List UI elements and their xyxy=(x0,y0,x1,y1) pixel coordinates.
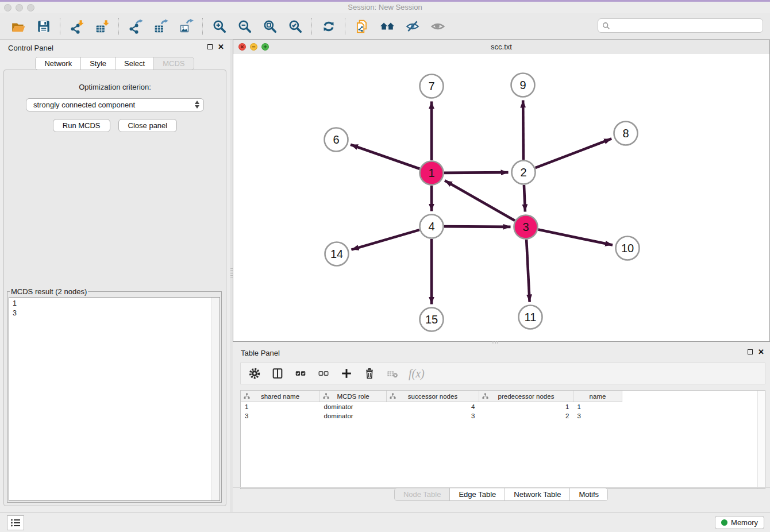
tab-network[interactable]: Network xyxy=(35,57,81,70)
select-all-icon[interactable] xyxy=(294,367,307,380)
add-column-icon[interactable] xyxy=(340,367,353,380)
tab-network-table[interactable]: Network Table xyxy=(505,488,570,501)
main-toolbar xyxy=(0,13,770,40)
column-header-predecessor-nodes[interactable]: predecessor nodes xyxy=(479,391,573,402)
horizontal-splitter[interactable] xyxy=(492,341,499,344)
run-mcds-button[interactable]: Run MCDS xyxy=(53,119,110,132)
table-row[interactable]: 1dominator411 xyxy=(241,402,622,412)
table-cell: 3 xyxy=(387,411,479,421)
table-cell: 1 xyxy=(241,402,320,412)
graph-node-label: 6 xyxy=(333,133,339,146)
optimization-criterion-label: Optimization criterion: xyxy=(4,83,226,91)
table-panel-title: Table Panel xyxy=(241,349,280,357)
zoom-in-icon[interactable] xyxy=(211,18,228,34)
open-session-icon[interactable] xyxy=(10,18,26,34)
float-panel-icon[interactable] xyxy=(207,44,213,49)
graph-edge-3-11[interactable] xyxy=(526,240,530,302)
tab-style[interactable]: Style xyxy=(80,57,116,70)
close-panel-button[interactable]: Close panel xyxy=(118,119,178,132)
mcds-result-fieldset: MCDS result (2 nodes) 13 xyxy=(7,287,222,503)
memory-button[interactable]: Memory xyxy=(715,516,764,529)
graph-node-label: 7 xyxy=(428,80,434,92)
mcds-result-line: 1 xyxy=(13,299,216,309)
mcds-result-pane[interactable]: 13 xyxy=(9,297,220,501)
clone-network-icon[interactable] xyxy=(354,18,370,34)
graph-edge-1-6[interactable] xyxy=(351,145,419,169)
close-panel-icon[interactable]: ✕ xyxy=(218,44,224,50)
tab-motifs[interactable]: Motifs xyxy=(569,488,608,501)
hide-unhide-icon[interactable] xyxy=(405,18,421,34)
task-history-button[interactable] xyxy=(7,515,24,530)
save-session-icon[interactable] xyxy=(36,18,52,34)
graph-edge-4-3[interactable] xyxy=(444,226,511,227)
tab-node-table[interactable]: Node Table xyxy=(394,488,451,501)
search-field[interactable] xyxy=(598,18,763,33)
tab-select[interactable]: Select xyxy=(115,57,154,70)
close-table-panel-icon[interactable]: ✕ xyxy=(758,349,764,355)
criterion-select[interactable]: strongly connected component xyxy=(26,98,204,111)
result-scrollbar[interactable] xyxy=(211,298,220,500)
table-cell: 2 xyxy=(479,411,573,421)
window-titlebar: Session: New Session xyxy=(0,2,770,13)
network-graph: 7968124314101511 xyxy=(233,54,769,341)
home-view-icon[interactable] xyxy=(379,18,395,34)
graph-edge-2-9[interactable] xyxy=(523,100,523,160)
table-cell: 3 xyxy=(573,411,622,421)
import-table-icon[interactable] xyxy=(94,18,110,34)
unselect-all-icon[interactable] xyxy=(317,367,330,380)
column-header-MCDS-role[interactable]: MCDS role xyxy=(320,391,387,402)
table-scrollbar[interactable] xyxy=(757,391,765,488)
graph-edge-2-8[interactable] xyxy=(536,138,612,168)
toolbar-separator xyxy=(202,18,203,35)
graph-edge-4-14[interactable] xyxy=(351,230,419,249)
show-graphics-icon[interactable] xyxy=(430,18,446,34)
column-header-name[interactable]: name xyxy=(573,391,622,402)
table-panel: Table Panel ✕ xyxy=(233,345,770,512)
graph-edge-2-3[interactable] xyxy=(524,185,525,212)
graph-node-label: 4 xyxy=(428,220,434,233)
zoom-fit-icon[interactable] xyxy=(262,18,278,34)
export-image-icon[interactable] xyxy=(178,18,194,34)
import-network-icon[interactable] xyxy=(69,18,85,34)
gear-icon[interactable] xyxy=(248,367,261,380)
control-panel-tabs: Network Style Select MCDS xyxy=(0,57,230,70)
toolbar-separator xyxy=(118,18,120,35)
column-header-successor-nodes[interactable]: successor nodes xyxy=(387,391,479,402)
window-title: Session: New Session xyxy=(0,3,770,11)
select-stepper-icon xyxy=(195,101,199,109)
graph-node-label: 3 xyxy=(522,221,529,233)
zoom-selected-icon[interactable] xyxy=(287,18,303,34)
network-window-titlebar[interactable]: scc.txt xyxy=(233,40,769,55)
split-pane-icon[interactable] xyxy=(271,367,284,380)
graph-edge-3-1[interactable] xyxy=(445,180,515,221)
graph-node-label: 10 xyxy=(621,242,634,255)
memory-status-icon xyxy=(721,519,727,526)
table-cell: 1 xyxy=(479,402,573,412)
network-canvas[interactable]: 7968124314101511 xyxy=(233,54,769,341)
graph-edge-3-10[interactable] xyxy=(538,230,613,245)
tab-edge-table[interactable]: Edge Table xyxy=(449,488,505,501)
column-header-shared-name[interactable]: shared name xyxy=(241,391,320,402)
memory-label: Memory xyxy=(731,518,758,527)
tab-mcds[interactable]: MCDS xyxy=(153,57,194,70)
export-table-icon[interactable] xyxy=(153,18,169,34)
search-input[interactable] xyxy=(610,21,763,30)
refresh-layout-icon[interactable] xyxy=(321,18,337,34)
graph-node-label: 14 xyxy=(330,248,343,260)
fx-icon: f(x) xyxy=(409,367,425,380)
graph-edge-1-2[interactable] xyxy=(444,172,509,173)
float-table-panel-icon[interactable] xyxy=(748,349,753,354)
table-cell: dominator xyxy=(320,402,387,412)
graph-node-label: 11 xyxy=(525,311,537,323)
search-icon xyxy=(602,22,610,30)
table-row[interactable]: 3dominator323 xyxy=(241,411,622,421)
mcds-result-line: 3 xyxy=(13,309,216,318)
application-window: Session: New Session xyxy=(0,0,770,532)
mcds-result-title: MCDS result (2 nodes) xyxy=(10,287,88,296)
table-tabs-bar: Node Table Edge Table Network Table Moti… xyxy=(233,487,770,512)
network-view-title: scc.txt xyxy=(233,43,769,51)
delete-column-icon[interactable] xyxy=(363,367,376,380)
zoom-out-icon[interactable] xyxy=(237,18,253,34)
export-network-icon[interactable] xyxy=(128,18,144,34)
node-table: shared nameMCDS rolesuccessor nodesprede… xyxy=(241,391,622,421)
